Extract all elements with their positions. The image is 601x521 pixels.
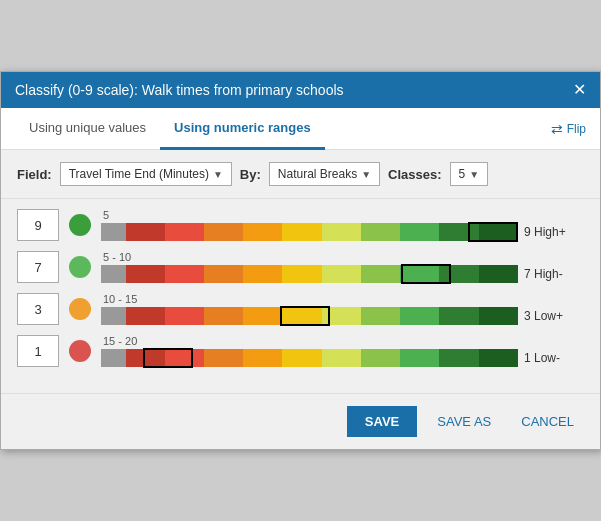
colorbar[interactable] [101, 349, 518, 367]
score-box[interactable]: 9 [17, 209, 59, 241]
classes-select[interactable]: 5 ▼ [450, 162, 489, 186]
score-box[interactable]: 7 [17, 251, 59, 283]
classify-dialog: Classify (0-9 scale): Walk times from pr… [0, 71, 601, 450]
range-label: 15 - 20 [103, 335, 584, 347]
color-circle[interactable] [69, 214, 91, 236]
range-score-label: 1 Low- [524, 351, 584, 365]
range-score-label: 9 High+ [524, 225, 584, 239]
colorbar-container: 7 High- [101, 265, 584, 283]
range-label: 10 - 15 [103, 293, 584, 305]
tab-unique-values[interactable]: Using unique values [15, 108, 160, 150]
by-select[interactable]: Natural Breaks ▼ [269, 162, 380, 186]
field-caret-icon: ▼ [213, 169, 223, 180]
list-item: 1 15 - 20 1 Low- [17, 335, 584, 367]
range-score-label: 3 Low+ [524, 309, 584, 323]
score-box[interactable]: 3 [17, 293, 59, 325]
colorbar-container: 1 Low- [101, 349, 584, 367]
field-value: Travel Time End (Minutes) [69, 167, 209, 181]
range-section: 5 9 High+ [101, 209, 584, 241]
color-circle[interactable] [69, 340, 91, 362]
range-score-label: 7 High- [524, 267, 584, 281]
flip-button[interactable]: ⇄ Flip [551, 121, 586, 137]
classes-value: 5 [459, 167, 466, 181]
classes-caret-icon: ▼ [469, 169, 479, 180]
range-section: 10 - 15 3 Low+ [101, 293, 584, 325]
range-label: 5 [103, 209, 584, 221]
score-box[interactable]: 1 [17, 335, 59, 367]
tab-numeric-ranges[interactable]: Using numeric ranges [160, 108, 325, 150]
footer: SAVE SAVE AS CANCEL [1, 393, 600, 449]
colorbar-container: 3 Low+ [101, 307, 584, 325]
flip-icon: ⇄ [551, 121, 563, 137]
by-label: By: [240, 167, 261, 182]
by-caret-icon: ▼ [361, 169, 371, 180]
close-icon[interactable]: ✕ [573, 82, 586, 98]
classes-label: Classes: [388, 167, 441, 182]
range-section: 5 - 10 7 High- [101, 251, 584, 283]
range-label: 5 - 10 [103, 251, 584, 263]
colorbar-container: 9 High+ [101, 223, 584, 241]
list-item: 3 10 - 15 3 Low+ [17, 293, 584, 325]
field-select[interactable]: Travel Time End (Minutes) ▼ [60, 162, 232, 186]
range-section: 15 - 20 1 Low- [101, 335, 584, 367]
list-item: 7 5 - 10 7 High- [17, 251, 584, 283]
colorbar[interactable] [101, 223, 518, 241]
dialog-title: Classify (0-9 scale): Walk times from pr… [15, 82, 344, 98]
colorbar[interactable] [101, 265, 518, 283]
by-value: Natural Breaks [278, 167, 357, 181]
dialog-header: Classify (0-9 scale): Walk times from pr… [1, 72, 600, 108]
color-circle[interactable] [69, 298, 91, 320]
field-row: Field: Travel Time End (Minutes) ▼ By: N… [1, 150, 600, 199]
content-area: 9 5 9 High+ 7 5 - 10 7 High- 3 [1, 199, 600, 393]
cancel-button[interactable]: CANCEL [511, 406, 584, 437]
save-as-button[interactable]: SAVE AS [427, 406, 501, 437]
colorbar[interactable] [101, 307, 518, 325]
flip-label: Flip [567, 122, 586, 136]
save-button[interactable]: SAVE [347, 406, 417, 437]
list-item: 9 5 9 High+ [17, 209, 584, 241]
color-circle[interactable] [69, 256, 91, 278]
field-label: Field: [17, 167, 52, 182]
tabs-bar: Using unique values Using numeric ranges… [1, 108, 600, 150]
